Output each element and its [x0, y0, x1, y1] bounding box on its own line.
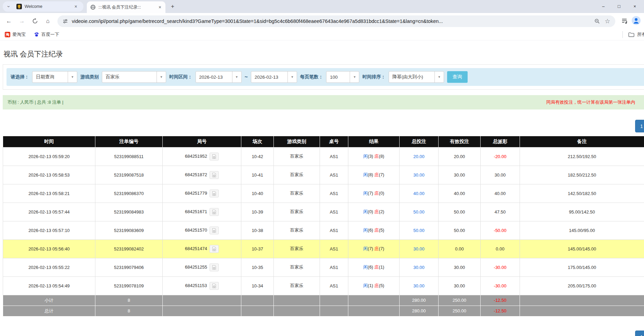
forward-button[interactable]: →: [16, 16, 27, 27]
cell-session: 10-42: [241, 147, 274, 166]
date-to-value: 2026-02-13: [251, 72, 287, 82]
home-button[interactable]: ⌂: [42, 16, 53, 27]
video-replay-button[interactable]: [210, 208, 219, 216]
summary-note: 同局有效投注，统一计算在该局第一张注单内: [546, 99, 644, 105]
cell-sum-empty: [274, 306, 320, 316]
video-replay-button[interactable]: [210, 282, 219, 290]
maximize-button[interactable]: □: [613, 2, 626, 10]
cell-sum-empty: [520, 295, 644, 306]
cell-sum-valid-bet: 250.00: [439, 306, 481, 316]
address-bar[interactable]: videoie.com/ipl/portal.php/game/betrecor…: [57, 15, 615, 27]
cell-bet-id: 523199083609: [95, 221, 163, 240]
url-text[interactable]: videoie.com/ipl/portal.php/game/betrecor…: [72, 18, 591, 24]
globe-favicon-icon: [90, 4, 96, 10]
tilde-separator: ~: [245, 74, 248, 80]
bookmark-taobao[interactable]: 淘 爱淘宝: [5, 31, 26, 38]
video-replay-button[interactable]: [210, 153, 219, 160]
tab-search-button[interactable]: ›: [5, 2, 13, 11]
date-to-select[interactable]: 2026-02-13 ▼: [251, 71, 297, 83]
cell-sum-empty: [348, 306, 400, 316]
cell-note: 182.50/212.50: [520, 166, 644, 184]
video-replay-button[interactable]: [210, 171, 219, 179]
reload-button[interactable]: [29, 16, 40, 27]
cell-time: 2026-02-13 05:57:10: [3, 221, 95, 240]
table-row: 2026-02-13 05:54:49523199078109684251153…: [3, 276, 644, 295]
page-size-select[interactable]: 100 ▼: [326, 71, 359, 83]
tab-close-icon[interactable]: ×: [74, 4, 78, 9]
cell-round-id: 684251570: [163, 221, 241, 240]
game-type-value: 百家乐: [102, 72, 157, 82]
reading-list-icon[interactable]: [621, 17, 628, 25]
video-replay-button[interactable]: [210, 245, 219, 253]
cell-time: 2026-02-13 05:58:21: [3, 184, 95, 203]
cell-round-id: 684251255: [163, 258, 241, 276]
cell-sum-count: 8: [95, 306, 163, 316]
cell-table-no: AS1: [320, 276, 348, 295]
date-from-select[interactable]: 2026-02-13 ▼: [196, 71, 242, 83]
column-header: 场次: [241, 136, 274, 147]
bookmark-baidu[interactable]: 百度一下: [34, 31, 59, 38]
table-row: 2026-02-13 05:57:10523199083609684251570…: [3, 221, 644, 240]
cell-sum-empty: [520, 306, 644, 316]
cell-valid-bet: 20.00: [439, 147, 481, 166]
back-button[interactable]: ←: [3, 16, 14, 27]
minimize-button[interactable]: –: [597, 2, 610, 10]
column-header: 桌号: [320, 136, 348, 147]
cell-payout: -50.00: [481, 221, 520, 240]
filter-bar: 请选择： 日期查询 ▼ 游戏类别 百家乐 ▼ 时间区间： 2026-02-13 …: [6, 68, 644, 86]
film-icon: [212, 283, 217, 288]
tab-welcome[interactable]: Welcome ×: [13, 1, 81, 12]
page-size-value: 100: [326, 72, 350, 82]
cell-result: 闲(1) 庄(5): [348, 276, 400, 295]
cell-session: 10-39: [241, 203, 274, 221]
cell-total-bet: 30.00: [400, 166, 439, 184]
film-icon: [212, 246, 217, 251]
game-type-select[interactable]: 百家乐 ▼: [102, 71, 166, 83]
window-close-button[interactable]: ×: [628, 2, 641, 10]
cell-session: 10-41: [241, 166, 274, 184]
cell-total-bet: 30.00: [400, 258, 439, 276]
chevron-down-icon: ›: [6, 6, 12, 8]
tab-close-icon[interactable]: ×: [158, 4, 162, 10]
page-title: 视讯 会员下注纪录: [3, 49, 644, 59]
cell-bet-id: 523199079406: [95, 258, 163, 276]
cell-game-type: 百家乐: [274, 147, 320, 166]
bookmark-label: 爱淘宝: [12, 31, 26, 38]
new-tab-button[interactable]: +: [168, 2, 177, 11]
all-bookmarks-label: 所有书签: [637, 31, 644, 38]
pagination-page-1-button[interactable]: 1: [635, 120, 644, 132]
cell-sum-empty: [163, 295, 241, 306]
cell-session: 10-34: [241, 276, 274, 295]
sort-select[interactable]: 降幂(由大到小) ▼: [389, 71, 444, 83]
search-button[interactable]: 查询: [447, 71, 468, 83]
window-controls: – □ ×: [597, 2, 641, 10]
sort-label: 时间排序：: [362, 74, 386, 80]
cell-round-id: 684251779: [163, 184, 241, 203]
column-header: 结果: [348, 136, 400, 147]
film-icon: [212, 228, 217, 233]
all-bookmarks[interactable]: 所有书签: [622, 31, 644, 38]
pagination-page-1-button-bottom[interactable]: 1: [635, 331, 644, 336]
video-replay-button[interactable]: [210, 190, 219, 197]
cell-result: 闲(0) 庄(2): [348, 203, 400, 221]
zoom-icon[interactable]: [593, 17, 601, 25]
cell-sum-count: 8: [95, 295, 163, 306]
video-replay-button[interactable]: [210, 227, 219, 234]
cell-valid-bet: 30.00: [439, 258, 481, 276]
query-type-select[interactable]: 日期查询 ▼: [32, 71, 77, 83]
taobao-icon: 淘: [5, 32, 10, 37]
site-info-icon[interactable]: [62, 17, 69, 25]
film-icon: [212, 172, 217, 178]
profile-avatar[interactable]: [632, 16, 641, 26]
sort-value: 降幂(由大到小): [389, 72, 434, 82]
tab-bet-record[interactable]: :::视讯 会员下注纪录::: ×: [87, 1, 165, 13]
cell-bet-id: 523199087518: [95, 166, 163, 184]
video-replay-button[interactable]: [210, 263, 219, 271]
cell-result: 闲(7) 庄(7): [348, 240, 400, 258]
bookmarks-bar: 淘 爱淘宝 百度一下 所有书签: [0, 29, 644, 40]
cell-bet-id: 523199082402: [95, 240, 163, 258]
cell-total-bet: 40.00: [400, 184, 439, 203]
column-header: 注单编号: [95, 136, 163, 147]
bookmark-star-icon[interactable]: ☆: [604, 17, 611, 25]
bet-records-table: 时间注单编号局号场次游戏类别桌号结果总投注有效投注总派彩备注 2026-02-1…: [3, 136, 644, 316]
